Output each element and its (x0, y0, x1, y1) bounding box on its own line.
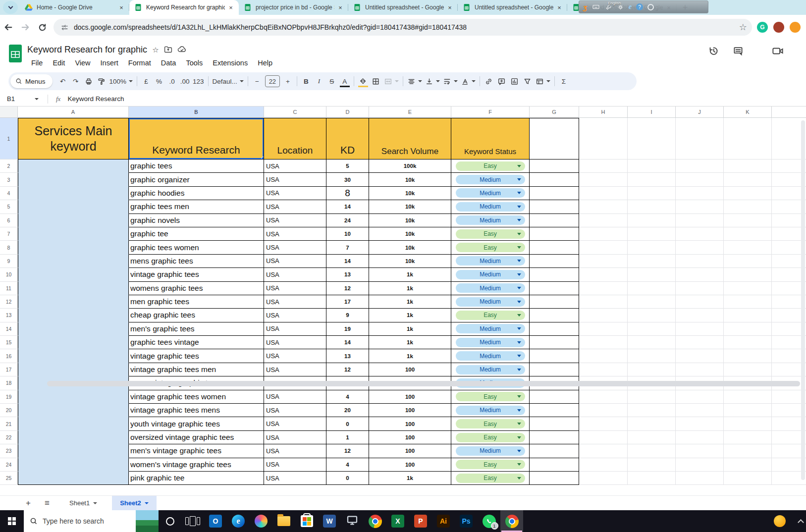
cell-b1[interactable]: Keyword Research (129, 118, 264, 160)
sheet-tab-sheet1[interactable]: Sheet1 (61, 496, 105, 511)
empty-cell[interactable] (724, 214, 772, 227)
status-dropdown[interactable]: Easy (456, 161, 525, 171)
cell-keyword-5[interactable]: graphic tees men (129, 200, 264, 213)
row-header-15[interactable]: 15 (0, 336, 18, 349)
back-button[interactable] (0, 19, 17, 36)
menu-data[interactable]: Data (157, 57, 180, 68)
cell-a24[interactable] (18, 458, 129, 472)
meet-icon[interactable] (772, 46, 783, 56)
menu-edit[interactable]: Edit (49, 57, 69, 68)
column-header-j[interactable]: J (676, 106, 724, 118)
empty-cell[interactable] (579, 160, 628, 173)
empty-cell[interactable] (676, 309, 724, 322)
cloud-saved-icon[interactable] (177, 46, 187, 54)
empty-cell[interactable] (628, 404, 676, 417)
tab-search-button[interactable] (3, 1, 18, 14)
all-sheets-button[interactable]: ≡ (40, 497, 54, 510)
cell-e1[interactable]: Search Volume (369, 118, 451, 160)
status-dropdown[interactable]: Easy (456, 433, 525, 442)
empty-cell[interactable] (628, 282, 676, 295)
decrease-font-size-icon[interactable]: − (251, 74, 264, 88)
increase-font-size-icon[interactable]: + (281, 74, 294, 88)
status-dropdown[interactable]: Medium (456, 202, 525, 212)
taskbar-search-box[interactable]: Type here to search (24, 510, 159, 532)
cell-g21[interactable] (530, 417, 579, 430)
number-format-icon[interactable]: 123 (191, 74, 206, 88)
cell-volume-7[interactable]: 10k (369, 227, 451, 241)
menu-file[interactable]: File (27, 57, 47, 68)
cell-volume-14[interactable]: 1k (369, 322, 451, 336)
empty-cell[interactable] (628, 295, 676, 309)
empty-cell[interactable] (676, 200, 724, 213)
tray-orange-icon[interactable] (774, 515, 786, 527)
percent-format-icon[interactable]: % (153, 74, 165, 88)
cell-location-13[interactable]: USA (264, 309, 326, 322)
cell-keyword-21[interactable]: youth vintage graphic tees (129, 417, 264, 430)
row-header-16[interactable]: 16 (0, 349, 18, 363)
menu-insert[interactable]: Insert (97, 57, 122, 68)
cell-g7[interactable] (530, 227, 579, 241)
row-header-2[interactable]: 2 (0, 160, 18, 173)
bookmark-star-icon[interactable]: ☆ (739, 22, 747, 33)
cell-volume-16[interactable]: 1k (369, 349, 451, 363)
powerpoint-icon[interactable]: P (409, 510, 432, 532)
cell-kd-19[interactable]: 4 (326, 390, 369, 404)
empty-cell[interactable] (724, 322, 772, 336)
cell-volume-4[interactable]: 10k (369, 187, 451, 200)
cell-g24[interactable] (530, 458, 579, 472)
menu-tools[interactable]: Tools (182, 57, 207, 68)
column-header-partial[interactable] (772, 106, 806, 118)
ime-toolbar-overlay[interactable]: ʒ English e ? (579, 0, 708, 13)
status-dropdown[interactable]: Medium (456, 351, 525, 361)
text-color-icon[interactable]: A (338, 74, 351, 88)
empty-cell[interactable] (579, 118, 628, 160)
empty-cell[interactable] (579, 200, 628, 213)
menu-format[interactable]: Format (124, 57, 155, 68)
cell-a16[interactable] (18, 349, 129, 363)
empty-cell[interactable] (628, 417, 676, 430)
cell-f1[interactable]: Keyword Status (451, 118, 530, 160)
sheets-logo-icon[interactable] (8, 44, 23, 63)
cell-status-2[interactable]: Easy (451, 160, 530, 173)
cell-keyword-25[interactable]: pink graphic tee (129, 472, 264, 485)
cell-d1[interactable]: KD (326, 118, 369, 160)
empty-cell[interactable] (724, 118, 772, 160)
cell-keyword-9[interactable]: mens graphic tees (129, 255, 264, 268)
font-select[interactable]: Defaul... (211, 74, 245, 88)
cell-location-23[interactable]: USA (264, 444, 326, 458)
cell-status-21[interactable]: Easy (451, 417, 530, 430)
row-header-23[interactable]: 23 (0, 444, 18, 458)
cell-a10[interactable] (18, 268, 129, 281)
cell-status-5[interactable]: Medium (451, 200, 530, 213)
empty-cell[interactable] (579, 214, 628, 227)
empty-cell[interactable] (724, 444, 772, 458)
cell-keyword-22[interactable]: oversized vintage graphic tees (129, 431, 264, 444)
store-icon[interactable] (295, 510, 318, 532)
cell-volume-24[interactable]: 100 (369, 458, 451, 472)
grammarly-extension-icon[interactable]: G (757, 22, 768, 33)
grid-corner-button[interactable] (0, 106, 18, 118)
cell-a7[interactable] (18, 227, 129, 241)
status-dropdown[interactable]: Medium (456, 256, 525, 266)
cell-keyword-24[interactable]: women's vintage graphic tees (129, 458, 264, 472)
url-text[interactable]: docs.google.com/spreadsheets/d/1A32LhL_L… (74, 23, 735, 31)
status-dropdown[interactable]: Medium (456, 175, 525, 184)
cell-a11[interactable] (18, 282, 129, 295)
empty-cell[interactable] (579, 444, 628, 458)
empty-cell[interactable] (724, 241, 772, 254)
cell-kd-22[interactable]: 1 (326, 431, 369, 444)
cell-volume-11[interactable]: 1k (369, 282, 451, 295)
empty-cell[interactable] (628, 200, 676, 213)
status-dropdown[interactable]: Medium (456, 188, 525, 198)
row-header-5[interactable]: 5 (0, 200, 18, 213)
cell-keyword-12[interactable]: men graphic tees (129, 295, 264, 309)
status-dropdown[interactable]: Easy (456, 392, 525, 401)
menu-extensions[interactable]: Extensions (209, 57, 252, 68)
cell-location-16[interactable]: USA (264, 349, 326, 363)
cell-kd-23[interactable]: 12 (326, 444, 369, 458)
version-history-icon[interactable] (708, 46, 719, 56)
cell-keyword-6[interactable]: graphic novels (129, 214, 264, 227)
empty-cell[interactable] (579, 458, 628, 472)
tab-close-icon[interactable]: × (336, 3, 344, 11)
cell-volume-17[interactable]: 100 (369, 363, 451, 376)
